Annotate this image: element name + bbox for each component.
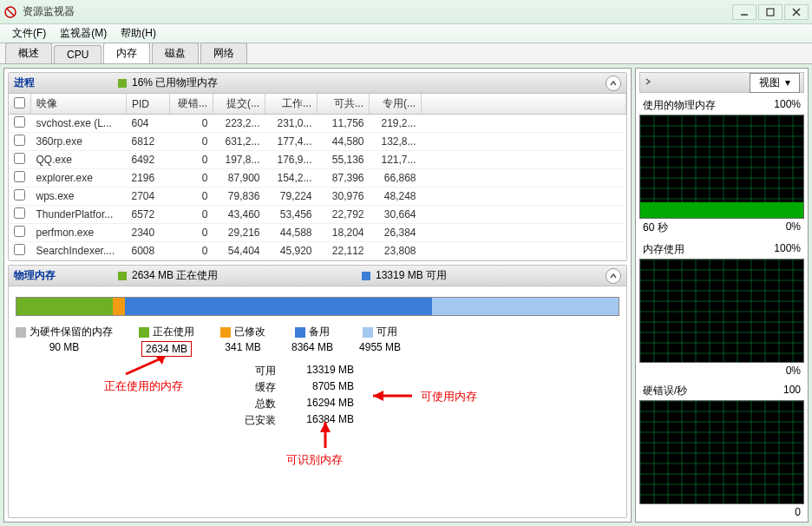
section-title: 物理内存: [14, 268, 118, 283]
cell-share: 22,112: [318, 242, 370, 260]
cell-image: QQ.exe: [31, 151, 127, 169]
cell-commit: 87,900: [213, 169, 265, 187]
view-dropdown[interactable]: 视图▾: [750, 73, 800, 93]
row-checkbox[interactable]: [14, 226, 25, 237]
legend-swatch: [139, 327, 149, 338]
inuse-text: 2634 MB 正在使用: [132, 268, 218, 283]
table-row[interactable]: 360rp.exe68120631,2...177,4...44,580132,…: [9, 133, 626, 151]
legend-swatch: [16, 327, 26, 338]
detail-label: 总数: [241, 397, 276, 411]
processes-header[interactable]: 进程 16% 已用物理内存: [9, 73, 626, 94]
arrow-icon: [364, 387, 416, 404]
bar-free: [432, 298, 619, 315]
detail-label: 可用: [241, 364, 276, 378]
graph-harderr: [639, 400, 804, 504]
bar-inuse: [16, 298, 113, 315]
menu-help[interactable]: 帮助(H): [114, 24, 163, 43]
menu-file[interactable]: 文件(F): [5, 24, 53, 43]
close-button[interactable]: [784, 4, 809, 20]
table-row[interactable]: perfmon.exe2340029,21644,58818,20426,384: [9, 224, 626, 242]
graph-max: 100: [783, 384, 801, 398]
graph-max: 100%: [774, 98, 801, 113]
select-all-checkbox[interactable]: [14, 97, 25, 108]
legend-label: 备用: [309, 325, 330, 339]
legend-swatch: [220, 327, 231, 338]
legend-label: 可用: [377, 325, 397, 339]
column-commit[interactable]: 提交(...: [213, 94, 265, 115]
cell-hard: 0: [170, 115, 213, 133]
row-checkbox[interactable]: [14, 171, 25, 182]
table-row[interactable]: wps.exe2704079,83679,22430,97648,248: [9, 187, 626, 206]
table-row[interactable]: svchost.exe (L...6040223,2...231,0...11,…: [9, 115, 626, 133]
cell-working: 176,9...: [265, 151, 318, 169]
usage-text: 16% 已用物理内存: [132, 76, 218, 90]
cell-pid: 6812: [127, 133, 170, 151]
row-checkbox[interactable]: [14, 244, 25, 255]
graph-bottom-right: 0: [795, 506, 801, 518]
table-row[interactable]: QQ.exe64920197,8...176,9...55,136121,7..…: [9, 151, 626, 169]
row-checkbox[interactable]: [14, 135, 25, 146]
table-row[interactable]: ThunderPlatfor...6572043,46053,45622,792…: [9, 206, 626, 224]
legend-item: 备用8364 MB: [291, 325, 333, 357]
graph-max: 100%: [774, 242, 801, 257]
column-check[interactable]: [9, 94, 31, 115]
collapse-button[interactable]: [644, 76, 652, 89]
process-table: 映像 PID 硬错... 提交(... 工作... 可共... 专用(... s…: [9, 94, 626, 260]
legend-value: 4955 MB: [359, 341, 401, 353]
window-buttons: [732, 4, 809, 20]
tab-memory[interactable]: 内存: [103, 43, 150, 63]
svg-rect-3: [767, 9, 774, 16]
memory-legend: 为硬件保留的内存90 MB正在使用2634 MB已修改341 MB备用8364 …: [16, 325, 619, 357]
cell-pid: 6008: [127, 242, 170, 260]
row-checkbox[interactable]: [14, 207, 25, 219]
tab-overview[interactable]: 概述: [5, 43, 52, 63]
physmem-header[interactable]: 物理内存 2634 MB 正在使用 13319 MB 可用: [9, 266, 626, 286]
column-image[interactable]: 映像: [31, 94, 127, 115]
graph-bottom-right: 0%: [786, 220, 801, 235]
cell-pid: 604: [127, 115, 170, 133]
cell-working: 44,588: [265, 224, 318, 242]
legend-label: 正在使用: [153, 325, 194, 339]
cell-hard: 0: [170, 224, 213, 242]
row-checkbox[interactable]: [14, 153, 25, 164]
cell-image: perfmon.exe: [31, 224, 127, 242]
row-checkbox[interactable]: [14, 189, 25, 201]
menu-monitor[interactable]: 监视器(M): [53, 24, 114, 43]
column-private[interactable]: 专用(...: [370, 94, 422, 115]
cell-working: 154,2...: [265, 169, 318, 187]
app-icon: [3, 5, 17, 19]
maximize-button[interactable]: [758, 4, 783, 20]
collapse-button[interactable]: [606, 76, 621, 91]
tab-cpu[interactable]: CPU: [54, 45, 102, 63]
cell-commit: 79,836: [213, 187, 265, 206]
column-pid[interactable]: PID: [127, 94, 170, 115]
column-share[interactable]: 可共...: [318, 94, 370, 115]
legend-item: 可用4955 MB: [359, 325, 401, 357]
cell-private: 26,384: [370, 224, 422, 242]
arrow-icon: [317, 418, 334, 452]
minimize-button[interactable]: [732, 4, 756, 20]
legend-swatch: [295, 327, 305, 338]
memory-bar: [16, 297, 619, 316]
column-hard[interactable]: 硬错...: [170, 94, 213, 115]
cell-private: 121,7...: [370, 151, 422, 169]
title-bar: 资源监视器: [0, 0, 812, 24]
tab-disk[interactable]: 磁盘: [152, 43, 199, 63]
graph-title: 硬错误/秒: [643, 384, 687, 398]
cell-hard: 0: [170, 169, 213, 187]
cell-commit: 223,2...: [213, 115, 265, 133]
bar-modified: [113, 298, 125, 315]
legend-label: 已修改: [234, 325, 265, 339]
row-checkbox[interactable]: [14, 116, 25, 128]
column-working[interactable]: 工作...: [265, 94, 318, 115]
table-row[interactable]: explorer.exe2196087,900154,2...87,39666,…: [9, 169, 626, 187]
tab-network[interactable]: 网络: [200, 43, 247, 63]
detail-value: 16294 MB: [285, 397, 354, 411]
legend-value: 8364 MB: [291, 341, 333, 353]
legend-swatch: [363, 327, 373, 338]
cell-commit: 29,216: [213, 224, 265, 242]
table-row[interactable]: SearchIndexer....6008054,40445,92022,112…: [9, 242, 626, 260]
cell-share: 87,396: [318, 169, 370, 187]
graph-physmem: [639, 115, 804, 219]
collapse-button[interactable]: [606, 268, 621, 284]
